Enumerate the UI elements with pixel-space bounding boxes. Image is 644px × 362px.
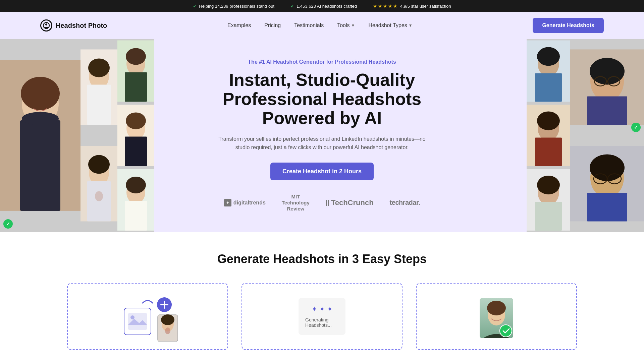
nav-links: Examples Pricing Testimonials Tools ▼ He… bbox=[227, 22, 413, 28]
left-bottom-small-photo bbox=[80, 135, 117, 232]
press-logo-techcrunch: TechCrunch bbox=[326, 198, 374, 207]
tc-icon bbox=[326, 200, 329, 206]
svg-rect-31 bbox=[535, 73, 562, 102]
press-logo-digitaltrends: + digitaltrends bbox=[224, 199, 266, 206]
check-badge-right: ✓ bbox=[631, 123, 641, 132]
left-second-col bbox=[117, 39, 154, 232]
svg-point-67 bbox=[487, 301, 506, 315]
sparkles: ✦ ✦ ✦ bbox=[312, 305, 333, 313]
banner-text-headshots: 1,453,623 AI headshots crafted bbox=[297, 4, 357, 9]
nav-pricing[interactable]: Pricing bbox=[264, 22, 281, 28]
sparkle-3: ✦ bbox=[327, 305, 333, 313]
logo[interactable]: Headshot Photo bbox=[40, 19, 107, 32]
left-col2-photo1 bbox=[117, 39, 154, 103]
svg-rect-10 bbox=[87, 84, 111, 125]
svg-point-63 bbox=[165, 327, 170, 334]
steps-title: Generate Headshots in 3 Easy Steps bbox=[67, 252, 577, 266]
sparkle-1: ✦ bbox=[312, 305, 317, 313]
press-logo-techradar: techradar. bbox=[390, 199, 420, 206]
press-logo-mit: MITTechnologyReview bbox=[282, 194, 310, 212]
svg-point-6 bbox=[22, 112, 59, 125]
navigation: Headshot Photo Examples Pricing Testimon… bbox=[0, 12, 644, 39]
hero-content: The #1 AI Headshot Generator for Profess… bbox=[205, 39, 439, 232]
banner-text-professionals: Helping 14,239 professionals stand out bbox=[199, 4, 274, 9]
check-badge-left: ✓ bbox=[3, 219, 13, 229]
tc-bar-2 bbox=[328, 200, 329, 206]
hero-title: Instant, Studio-Quality Professional Hea… bbox=[211, 70, 433, 128]
svg-point-38 bbox=[537, 176, 560, 194]
logo-icon bbox=[40, 19, 52, 32]
svg-rect-35 bbox=[535, 137, 562, 166]
check-icon-1: ✓ bbox=[193, 3, 197, 9]
right-main-top-photo: ✓ bbox=[570, 39, 644, 135]
svg-point-62 bbox=[161, 314, 174, 325]
left-top-small-photo bbox=[80, 39, 117, 135]
generate-headshots-button[interactable]: Generate Headshots bbox=[533, 18, 604, 33]
dt-icon: + bbox=[224, 199, 231, 206]
svg-point-1 bbox=[45, 23, 47, 25]
svg-point-34 bbox=[537, 111, 560, 130]
tr-label: techradar. bbox=[390, 199, 420, 206]
hero-section: ✓ bbox=[0, 39, 644, 232]
svg-rect-19 bbox=[125, 72, 147, 102]
stars-icon: ★★★★★ bbox=[373, 3, 398, 9]
left-photo-collage: ✓ bbox=[0, 39, 117, 232]
right-photo-collage: ✓ bbox=[527, 39, 644, 232]
banner-text-satisfaction: 4.9/5 star user satisfaction bbox=[400, 4, 451, 9]
svg-point-15 bbox=[95, 191, 103, 201]
svg-rect-27 bbox=[125, 201, 147, 231]
chevron-down-icon-tools: ▼ bbox=[351, 23, 355, 28]
tc-label: TechCrunch bbox=[331, 198, 374, 207]
nav-tools[interactable]: Tools ▼ bbox=[337, 22, 355, 28]
svg-point-68 bbox=[500, 325, 512, 337]
tc-bars bbox=[326, 200, 329, 206]
upload-illustration bbox=[121, 295, 174, 338]
step-upload-card bbox=[67, 283, 228, 350]
mit-label: MITTechnologyReview bbox=[282, 194, 310, 212]
result-illustration bbox=[480, 298, 513, 335]
banner-item-headshots: ✓ 1,453,623 AI headshots crafted bbox=[290, 3, 357, 9]
hero-subtitle: Transform your selfies into perfect prof… bbox=[211, 135, 433, 152]
nav-headshot-types[interactable]: Headshot Types ▼ bbox=[368, 22, 412, 28]
right-main-bottom-photo bbox=[570, 135, 644, 232]
svg-point-4 bbox=[21, 77, 60, 110]
logo-text: Headshot Photo bbox=[56, 22, 107, 29]
tc-bar-1 bbox=[326, 200, 327, 206]
svg-rect-5 bbox=[20, 120, 60, 211]
svg-point-30 bbox=[537, 47, 560, 66]
top-banner: ✓ Helping 14,239 professionals stand out… bbox=[0, 0, 644, 12]
steps-grid: ✦ ✦ ✦ Generating Headshots... bbox=[67, 283, 577, 350]
right-bottom-photo bbox=[527, 168, 570, 232]
banner-item-professionals: ✓ Helping 14,239 professionals stand out bbox=[193, 3, 274, 9]
right-large-col: ✓ bbox=[570, 39, 644, 232]
steps-section: Generate Headshots in 3 Easy Steps bbox=[0, 232, 644, 362]
right-middle-photo bbox=[527, 103, 570, 168]
generating-text: Generating Headshots... bbox=[305, 317, 339, 328]
left-small-col bbox=[80, 39, 117, 232]
svg-rect-50 bbox=[587, 193, 627, 221]
svg-point-42 bbox=[590, 58, 625, 84]
banner-item-satisfaction: ★★★★★ 4.9/5 star user satisfaction bbox=[373, 3, 451, 9]
nav-testimonials[interactable]: Testimonials bbox=[294, 22, 324, 28]
step-result-card bbox=[416, 283, 577, 350]
right-top-photo bbox=[527, 39, 570, 103]
right-small-col bbox=[527, 39, 570, 232]
chevron-down-icon-types: ▼ bbox=[409, 23, 413, 28]
check-icon-2: ✓ bbox=[290, 3, 294, 9]
press-logos: + digitaltrends MITTechnologyReview Tech… bbox=[211, 194, 433, 212]
generating-illustration: ✦ ✦ ✦ Generating Headshots... bbox=[299, 298, 345, 335]
svg-rect-55 bbox=[128, 313, 147, 330]
hero-tagline: The #1 AI Headshot Generator for Profess… bbox=[211, 59, 433, 65]
svg-point-9 bbox=[88, 58, 110, 77]
step-generating-card: ✦ ✦ ✦ Generating Headshots... bbox=[241, 283, 402, 350]
cta-button[interactable]: Create Headshot in 2 Hours bbox=[270, 163, 374, 180]
svg-point-26 bbox=[126, 177, 146, 193]
left-col2-photo3 bbox=[117, 168, 154, 232]
nav-examples[interactable]: Examples bbox=[227, 22, 251, 28]
svg-point-13 bbox=[88, 155, 110, 174]
svg-point-56 bbox=[130, 315, 135, 319]
sparkle-2: ✦ bbox=[319, 305, 325, 313]
svg-rect-43 bbox=[587, 96, 627, 125]
svg-rect-39 bbox=[535, 202, 562, 231]
left-col2-photo2 bbox=[117, 103, 154, 168]
